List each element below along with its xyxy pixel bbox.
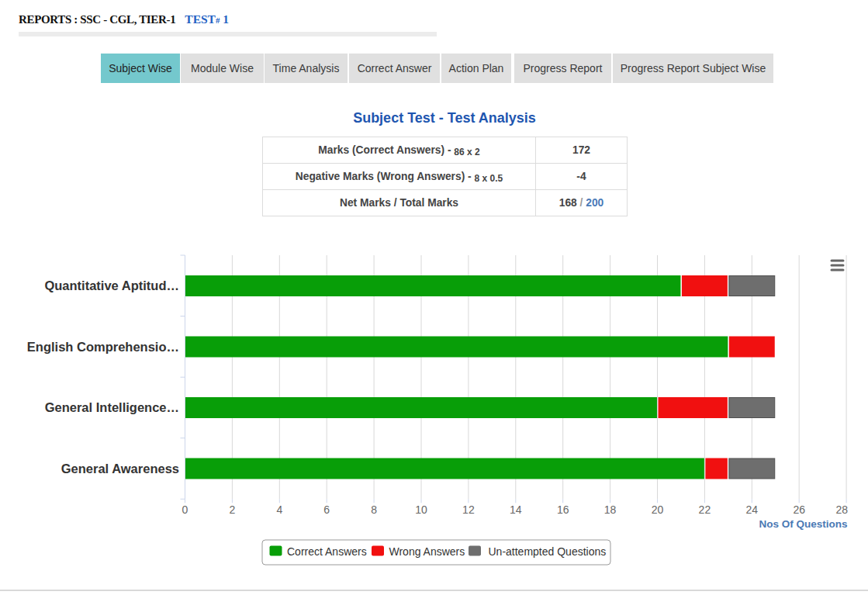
svg-text:16: 16: [557, 503, 569, 516]
svg-text:Wrong Answers: Wrong Answers: [389, 545, 465, 558]
svg-text:26: 26: [793, 503, 805, 516]
svg-text:12: 12: [462, 503, 475, 516]
svg-text:6: 6: [323, 503, 330, 516]
svg-text:8: 8: [371, 503, 377, 516]
svg-text:24: 24: [746, 503, 759, 516]
svg-text:0: 0: [182, 503, 188, 516]
svg-text:18: 18: [604, 503, 617, 516]
svg-text:Correct Answers: Correct Answers: [287, 545, 367, 558]
svg-text:14: 14: [510, 503, 522, 516]
svg-text:2: 2: [230, 503, 236, 516]
svg-text:General Awareness: General Awareness: [61, 462, 179, 476]
svg-text:English Comprehensio…: English Comprehensio…: [27, 340, 179, 354]
svg-text:General Intelligence…: General Intelligence…: [45, 400, 179, 414]
svg-text:Quantitative Aptitud…: Quantitative Aptitud…: [44, 278, 179, 292]
svg-text:10: 10: [415, 503, 427, 516]
svg-text:Nos Of Questions: Nos Of Questions: [759, 518, 847, 530]
svg-text:4: 4: [276, 503, 282, 516]
svg-text:Un-attempted Questions: Un-attempted Questions: [489, 545, 607, 558]
svg-text:28: 28: [835, 503, 848, 516]
svg-text:20: 20: [652, 503, 664, 516]
svg-text:22: 22: [699, 503, 711, 516]
